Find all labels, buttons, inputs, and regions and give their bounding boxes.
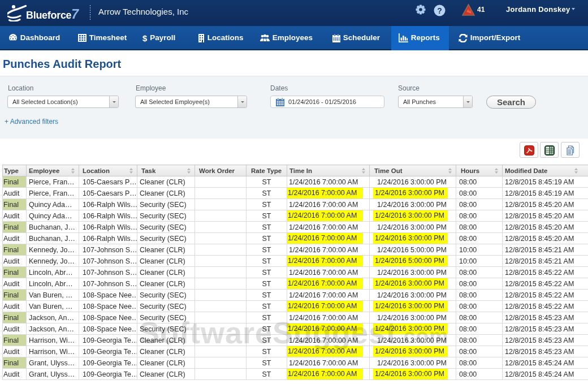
svg-text:?: ?: [437, 6, 442, 15]
